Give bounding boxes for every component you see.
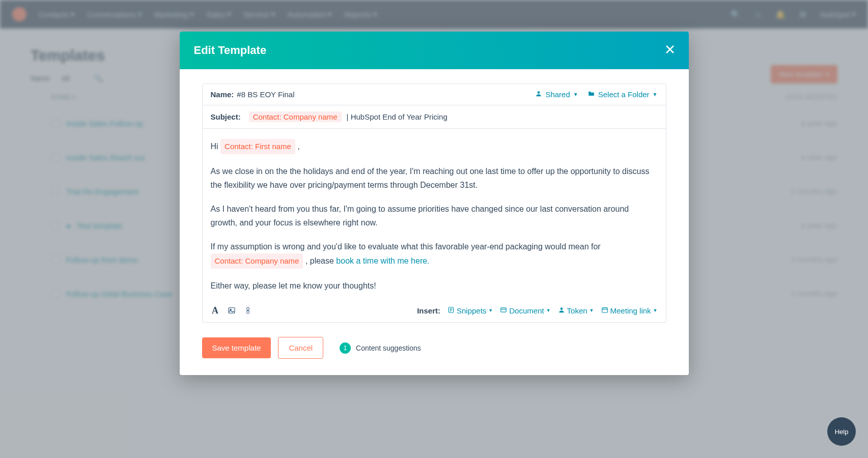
caret-down-icon: ▼	[653, 308, 658, 313]
caret-down-icon: ▼	[573, 92, 578, 97]
save-template-button[interactable]: Save template	[202, 337, 271, 358]
caret-down-icon: ▼	[653, 92, 658, 97]
svg-rect-3	[229, 308, 235, 313]
caret-down-icon: ▼	[590, 308, 594, 313]
subject-text: | HubSpot End of Year Pricing	[347, 112, 447, 121]
text-style-icon[interactable]: A	[211, 306, 220, 315]
name-row: Name: #8 BS EOY Final Shared ▼ Select a …	[202, 83, 666, 105]
meeting-link[interactable]: book a time with me here.	[336, 256, 429, 265]
greeting-token[interactable]: Contact: First name	[220, 139, 295, 154]
email-body-editor[interactable]: Hi Contact: First name , As we close in …	[202, 129, 666, 323]
snippets-icon	[447, 306, 455, 315]
caret-down-icon: ▼	[546, 308, 551, 313]
modal-title: Edit Template	[194, 44, 267, 57]
suggestions-count-badge: 1	[340, 342, 351, 354]
insert-meeting-link[interactable]: Meeting link▼	[601, 306, 658, 315]
token-icon	[558, 306, 565, 315]
subject-token[interactable]: Contact: Company name	[249, 111, 342, 122]
svg-point-2	[538, 91, 540, 94]
close-button[interactable]	[665, 44, 675, 57]
document-icon	[500, 306, 507, 315]
insert-token[interactable]: Token▼	[558, 306, 594, 315]
body-paragraph: If my assumption is wrong and you'd like…	[211, 240, 658, 269]
calendar-icon	[601, 306, 608, 315]
name-value[interactable]: #8 BS EOY Final	[237, 90, 294, 99]
content-suggestions[interactable]: 1 Content suggestions	[340, 342, 421, 354]
user-icon	[535, 90, 542, 99]
folder-dropdown[interactable]: Select a Folder ▼	[587, 90, 658, 99]
name-label: Name:	[211, 90, 234, 99]
body-paragraph: As we close in on the the holidays and e…	[211, 164, 658, 192]
subject-row[interactable]: Subject: Contact: Company name | HubSpot…	[202, 105, 666, 129]
editor-toolbar: A Insert: Snippets▼ Document▼	[211, 303, 658, 315]
close-icon	[665, 45, 675, 54]
svg-rect-15	[602, 308, 607, 312]
insert-document[interactable]: Document▼	[500, 306, 550, 315]
link-icon[interactable]	[243, 306, 253, 315]
company-token[interactable]: Contact: Company name	[211, 253, 303, 269]
modal-header: Edit Template	[180, 32, 689, 69]
help-button[interactable]: Help	[827, 417, 856, 446]
shared-dropdown[interactable]: Shared ▼	[535, 90, 578, 99]
body-paragraph: As I haven't heard from you thus far, I'…	[211, 202, 658, 230]
caret-down-icon: ▼	[488, 308, 493, 313]
edit-template-modal: Edit Template Name: #8 BS EOY Final Shar…	[180, 32, 689, 375]
modal-overlay: Edit Template Name: #8 BS EOY Final Shar…	[0, 0, 868, 458]
svg-rect-12	[501, 308, 507, 312]
svg-point-14	[560, 307, 563, 310]
modal-footer: Save template Cancel 1 Content suggestio…	[202, 323, 666, 359]
subject-label: Subject:	[211, 112, 241, 121]
body-paragraph: Either way, please let me know your thou…	[211, 279, 658, 293]
insert-snippets[interactable]: Snippets▼	[447, 306, 493, 315]
insert-label: Insert:	[417, 306, 440, 315]
image-icon[interactable]	[227, 306, 236, 315]
cancel-button[interactable]: Cancel	[278, 337, 323, 359]
folder-icon	[587, 90, 595, 99]
